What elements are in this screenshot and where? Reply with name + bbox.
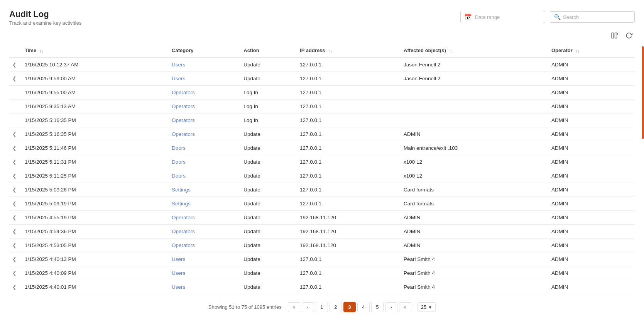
header-row: Audit Log Track and examine key activiti… — [9, 9, 635, 26]
date-range-label: Date range — [475, 14, 500, 20]
cell-time: 1/15/2025 4:53:05 PM — [22, 239, 169, 252]
table-row: ❮1/15/2025 4:54:36 PMOperatorsUpdate192.… — [9, 225, 635, 239]
cell-affected-objects — [401, 100, 548, 113]
row-expand-toggle[interactable]: ❮ — [9, 127, 22, 141]
cell-category: Operators — [169, 239, 240, 252]
search-input[interactable] — [563, 14, 630, 20]
row-expand-toggle[interactable]: ❮ — [9, 169, 22, 183]
row-expand-toggle — [9, 86, 22, 100]
refresh-button[interactable] — [623, 30, 635, 41]
title-block: Audit Log Track and examine key activiti… — [9, 9, 81, 26]
page-4-button[interactable]: 4 — [357, 302, 370, 312]
table-row: ❮1/16/2025 10:12:37 AMUsersUpdate127.0.0… — [9, 58, 635, 72]
cell-category: Doors — [169, 169, 240, 183]
cell-action: Update — [240, 58, 297, 72]
cell-affected-objects: ADMIN — [401, 127, 548, 141]
col-affected-objects[interactable]: Affected object(s) ↑↓ — [401, 44, 548, 58]
svg-rect-1 — [615, 33, 617, 38]
cell-ip-address: 127.0.0.1 — [297, 169, 401, 183]
cell-action: Log In — [240, 113, 297, 127]
date-range-picker[interactable]: 📅 Date range — [460, 11, 545, 23]
row-expand-toggle[interactable]: ❮ — [9, 58, 22, 72]
row-expand-toggle — [9, 113, 22, 127]
page-1-button[interactable]: 1 — [316, 302, 328, 312]
page-2-button[interactable]: 2 — [330, 302, 342, 312]
prev-page-button[interactable]: ‹ — [302, 302, 314, 312]
cell-affected-objects: Pearl Smith 4 — [401, 252, 548, 266]
cell-category: Operators — [169, 211, 240, 225]
cell-action: Update — [240, 169, 297, 183]
cell-affected-objects: Pearl Smith 4 — [401, 280, 548, 294]
cell-time: 1/15/2025 5:11:31 PM — [22, 155, 169, 169]
page-subtitle: Track and examine key activities — [9, 20, 81, 26]
next-page-button[interactable]: › — [385, 302, 397, 312]
last-page-button[interactable]: » — [399, 302, 411, 312]
row-expand-toggle[interactable]: ❮ — [9, 141, 22, 155]
cell-time: 1/15/2025 4:40:01 PM — [22, 280, 169, 294]
col-category: Category — [169, 44, 240, 58]
cell-ip-address: 127.0.0.1 — [297, 127, 401, 141]
cell-ip-address: 127.0.0.1 — [297, 252, 401, 266]
cell-time: 1/16/2025 10:12:37 AM — [22, 58, 169, 72]
row-expand-toggle[interactable]: ❮ — [9, 225, 22, 239]
cell-ip-address: 127.0.0.1 — [297, 141, 401, 155]
cell-affected-objects — [401, 86, 548, 100]
col-time[interactable]: Time ↑↓ — [22, 44, 169, 58]
page-3-button[interactable]: 3 — [343, 302, 356, 312]
col-expand — [9, 44, 22, 58]
cell-action: Update — [240, 127, 297, 141]
cell-affected-objects: Main entrance/exit .103 — [401, 141, 548, 155]
row-expand-toggle[interactable]: ❮ — [9, 239, 22, 252]
page-5-button[interactable]: 5 — [371, 302, 384, 312]
table-row: ❮1/15/2025 4:40:01 PMUsersUpdate127.0.0.… — [9, 280, 635, 294]
calendar-icon: 📅 — [465, 14, 472, 20]
table-row: ❮1/16/2025 9:59:00 AMUsersUpdate127.0.0.… — [9, 72, 635, 86]
cell-ip-address: 127.0.0.1 — [297, 155, 401, 169]
cell-operator: ADMIN — [548, 252, 635, 266]
cell-operator: ADMIN — [548, 113, 635, 127]
row-expand-toggle[interactable]: ❮ — [9, 155, 22, 169]
col-ip-address[interactable]: IP address ↑↓ — [297, 44, 401, 58]
sort-icon-time: ↑↓ — [39, 49, 44, 53]
cell-operator: ADMIN — [548, 211, 635, 225]
row-expand-toggle[interactable]: ❮ — [9, 252, 22, 266]
cell-affected-objects: Card formats — [401, 183, 548, 197]
col-operator[interactable]: Operator ↑↓ — [548, 44, 635, 58]
cell-category: Operators — [169, 113, 240, 127]
table-row: 1/15/2025 5:16:35 PMOperatorsLog In127.0… — [9, 113, 635, 127]
search-icon: 🔍 — [554, 14, 561, 20]
pagination-row: Showing 51 to 75 of 1095 entries « ‹ 1 2… — [9, 302, 635, 312]
cell-ip-address: 127.0.0.1 — [297, 280, 401, 294]
row-expand-toggle[interactable]: ❮ — [9, 211, 22, 225]
cell-ip-address: 192.168.11.120 — [297, 211, 401, 225]
columns-toggle-button[interactable] — [609, 30, 620, 41]
row-expand-toggle[interactable]: ❮ — [9, 197, 22, 211]
table-row: 1/16/2025 9:55:00 AMOperatorsLog In127.0… — [9, 86, 635, 100]
cell-time: 1/15/2025 5:09:19 PM — [22, 197, 169, 211]
table-row: ❮1/15/2025 5:11:25 PMDoorsUpdate127.0.0.… — [9, 169, 635, 183]
cell-category: Doors — [169, 155, 240, 169]
cell-time: 1/16/2025 9:59:00 AM — [22, 72, 169, 86]
per-page-select[interactable]: 25 ▼ — [418, 302, 436, 312]
cell-ip-address: 127.0.0.1 — [297, 183, 401, 197]
table-row: ❮1/15/2025 4:53:05 PMOperatorsUpdate192.… — [9, 239, 635, 252]
cell-ip-address: 192.168.11.120 — [297, 225, 401, 239]
first-page-button[interactable]: « — [288, 302, 300, 312]
cell-time: 1/16/2025 9:55:00 AM — [22, 86, 169, 100]
cell-operator: ADMIN — [548, 58, 635, 72]
cell-time: 1/15/2025 5:09:26 PM — [22, 183, 169, 197]
row-expand-toggle[interactable]: ❮ — [9, 266, 22, 280]
row-expand-toggle[interactable]: ❮ — [9, 280, 22, 294]
sort-icon-operator: ↑↓ — [575, 49, 580, 53]
cell-operator: ADMIN — [548, 86, 635, 100]
cell-time: 1/16/2025 9:35:13 AM — [22, 100, 169, 113]
row-expand-toggle[interactable]: ❮ — [9, 72, 22, 86]
table-row: ❮1/15/2025 5:09:19 PMSettingsUpdate127.0… — [9, 197, 635, 211]
sort-icon-affected: ↑↓ — [449, 49, 453, 53]
cell-time: 1/15/2025 5:16:35 PM — [22, 113, 169, 127]
cell-operator: ADMIN — [548, 155, 635, 169]
row-expand-toggle[interactable]: ❮ — [9, 183, 22, 197]
cell-ip-address: 127.0.0.1 — [297, 113, 401, 127]
search-input-wrap: 🔍 — [550, 11, 635, 23]
cell-operator: ADMIN — [548, 266, 635, 280]
